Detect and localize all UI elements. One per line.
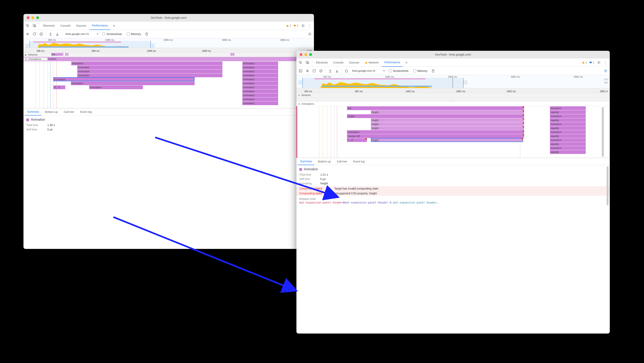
gc-icon[interactable] — [430, 68, 436, 74]
zoom-window-button[interactable] — [36, 16, 39, 19]
messages-counter[interactable]: 1 — [293, 24, 299, 27]
network-track-header[interactable]: Network — [24, 53, 47, 56]
tab-console[interactable]: Console — [331, 58, 346, 67]
record-button[interactable] — [304, 68, 310, 74]
perf-settings-icon[interactable] — [307, 31, 313, 37]
detail-tab-summary[interactable]: Summary — [298, 158, 314, 165]
tab-performance[interactable]: Performance — [382, 58, 402, 67]
flame-block[interactable]: Animation — [242, 97, 278, 101]
flame-block[interactable]: transform — [550, 106, 586, 110]
detail-tab-bottomup[interactable]: Bottom-up — [42, 108, 60, 116]
flame-block[interactable]: height — [371, 118, 524, 122]
flame-block[interactable]: Animation — [242, 61, 278, 65]
flame-block[interactable]: opacity — [550, 110, 586, 114]
more-tabs-button[interactable]: » — [404, 60, 410, 66]
home-icon[interactable] — [344, 68, 349, 74]
flame-block[interactable]: Animation — [242, 69, 278, 73]
memory-checkbox[interactable]: Memory — [127, 33, 141, 36]
flame-block[interactable]: opacity — [550, 150, 586, 154]
detail-tab-bottomup[interactable]: Bottom-up — [316, 158, 333, 165]
flame-block[interactable]: Animation — [77, 65, 222, 69]
flame-block[interactable]: Animation — [242, 77, 278, 81]
network-track[interactable]: Network tSe… — [24, 53, 314, 57]
flame-block[interactable]: t…m — [347, 138, 367, 142]
download-icon[interactable] — [54, 31, 60, 37]
close-window-button[interactable] — [300, 53, 302, 56]
flame-block[interactable]: height — [371, 122, 524, 126]
session-dropdown[interactable]: fonts.google.com #1 — [64, 31, 100, 37]
flame-block[interactable]: opacity — [550, 118, 586, 122]
clear-button[interactable] — [318, 68, 324, 74]
sidebar-toggle-icon[interactable] — [298, 68, 304, 74]
settings-icon[interactable] — [300, 23, 306, 29]
flame-block[interactable]: margin-left — [347, 134, 524, 138]
flame-block[interactable]: left — [347, 106, 524, 110]
flame-block[interactable]: Animation — [71, 81, 194, 85]
overview-timeline[interactable]: 982 ms 1982 ms 2982 ms 3982 ms 4982 ms C… — [296, 75, 610, 88]
download-icon[interactable] — [334, 68, 340, 74]
tab-performance[interactable]: Performance — [90, 22, 110, 30]
flame-block[interactable]: height — [371, 126, 524, 130]
flame-block[interactable]: Animation — [53, 77, 194, 81]
upload-icon[interactable] — [48, 31, 54, 37]
warnings-counter[interactable]: 1 — [581, 61, 588, 64]
network-track-header[interactable]: Network — [296, 94, 320, 97]
animations-track-header[interactable]: Animations imation — [24, 57, 314, 61]
network-segment[interactable]: tSe… — [51, 53, 63, 56]
flame-block[interactable]: transform — [550, 114, 586, 118]
screenshots-checkbox[interactable]: Screenshots — [102, 33, 122, 36]
flame-scrollbar[interactable] — [602, 107, 604, 157]
flame-block[interactable]: Animation — [242, 85, 278, 89]
warnings-counter[interactable]: 2 — [285, 24, 292, 27]
inspect-icon[interactable] — [25, 23, 31, 29]
session-dropdown[interactable]: fonts.google.com #1 — [350, 68, 386, 74]
flame-block[interactable]: height — [347, 114, 524, 118]
perf-settings-icon[interactable] — [602, 68, 608, 74]
flame-chart[interactable]: lefttransformheightopacityheighttransfor… — [296, 106, 610, 158]
flame-block[interactable]: opacity — [550, 142, 586, 146]
flame-block[interactable]: height — [371, 110, 524, 114]
overview-timeline[interactable]: 996 ms 1996 ms 2996 ms 3996 ms 4996 ms — [24, 38, 314, 48]
upload-icon[interactable] — [327, 68, 333, 74]
kebab-menu-icon[interactable]: ⋮ — [602, 60, 608, 66]
tab-elements[interactable]: Elements — [41, 22, 57, 30]
flame-block[interactable]: Animation — [242, 89, 278, 93]
minimize-window-button[interactable] — [32, 16, 34, 19]
time-ruler[interactable]: 496 ms 996 ms 1496 ms 1996 ms 2496 — [24, 48, 314, 53]
flame-block[interactable]: Animation — [89, 85, 143, 89]
flame-block[interactable]: Animation — [77, 69, 222, 73]
memory-checkbox[interactable]: Memory — [413, 69, 428, 73]
flame-block[interactable]: opacity — [550, 134, 586, 138]
flame-block[interactable]: A…n — [53, 85, 65, 89]
flame-block[interactable]: opacity — [550, 126, 586, 130]
collapsed-track[interactable]: … — [296, 97, 610, 102]
inspect-icon[interactable] — [298, 60, 304, 66]
summary-scrollbar[interactable] — [606, 166, 608, 205]
detail-tab-eventlog[interactable]: Event log — [351, 158, 367, 165]
zoom-window-button[interactable] — [309, 53, 312, 56]
device-toggle-icon[interactable] — [304, 60, 310, 66]
reload-record-button[interactable] — [32, 31, 38, 37]
close-window-button[interactable] — [27, 16, 30, 19]
tab-sources[interactable]: Sources — [74, 22, 89, 30]
related-node-link[interactable]: mat-expansion-panel-header#mat-expansion… — [299, 201, 607, 204]
animations-track-header[interactable]: Animations — [296, 102, 610, 106]
tab-console[interactable]: Console — [58, 22, 73, 30]
flame-block[interactable]: transform — [550, 146, 586, 150]
kebab-menu-icon[interactable]: ⋮ — [307, 23, 313, 29]
network-track[interactable]: Network — [296, 93, 610, 97]
minimize-window-button[interactable] — [304, 53, 307, 56]
gc-icon[interactable] — [144, 31, 150, 37]
detail-tab-summary[interactable]: Summary — [25, 108, 42, 116]
device-toggle-icon[interactable] — [32, 23, 38, 29]
flame-block[interactable]: Animation — [77, 73, 222, 77]
flame-block[interactable]: transform — [550, 138, 586, 142]
record-button[interactable] — [25, 31, 31, 37]
detail-tab-calltree[interactable]: Call tree — [334, 158, 350, 165]
clear-button[interactable] — [38, 31, 44, 37]
settings-icon[interactable] — [596, 60, 602, 66]
flame-block[interactable]: transform — [550, 130, 586, 134]
screenshots-checkbox[interactable]: Screenshots — [389, 69, 408, 73]
flame-block[interactable]: Animation — [242, 81, 278, 85]
flame-block[interactable]: Animation — [71, 61, 222, 65]
